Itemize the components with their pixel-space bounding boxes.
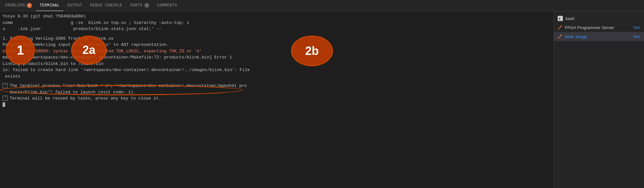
terminal-line-8: Linking products/blink.bin to /blink.bin bbox=[3, 61, 551, 67]
tab-problems-label: PROBLEMS bbox=[5, 3, 25, 8]
svg-point-2 bbox=[561, 26, 562, 27]
tab-output-label: OUTPUT bbox=[67, 3, 82, 8]
terminal-line-14-text: Terminal will be reused by tasks, press … bbox=[10, 95, 161, 102]
terminal-line-5: Parsing SystemVerilog input from `blink.… bbox=[3, 42, 551, 48]
terminal-line-2: o .ink.json products/blink.stats.json st… bbox=[3, 26, 551, 32]
tab-comments-label: COMMENTS bbox=[157, 3, 177, 8]
sidebar-fpga-label: FPGA Programmer Server bbox=[565, 25, 631, 30]
sidebar-blink-badge: Task bbox=[633, 35, 640, 38]
tab-output[interactable]: OUTPUT bbox=[63, 0, 86, 11]
terminal-line-4: 1. Executing Verilog-2005 frontend: blin… bbox=[3, 36, 551, 42]
tool-icon-fpga bbox=[558, 25, 562, 30]
tool-icon-blink bbox=[558, 34, 562, 39]
terminal-line-6-error: blink.sv:18: ERROR: syntax error, unexpe… bbox=[3, 48, 551, 55]
tab-terminal-label: TERMINAL bbox=[40, 3, 60, 8]
tab-ports-badge: 5 bbox=[144, 3, 149, 8]
tab-terminal[interactable]: TERMINAL bbox=[36, 0, 64, 11]
bash-icon: $ bbox=[558, 16, 563, 21]
svg-line-3 bbox=[558, 29, 559, 29]
spacer-1 bbox=[3, 32, 551, 36]
tab-ports-label: PORTS bbox=[130, 3, 143, 8]
asterisk-icon-2: * bbox=[3, 96, 8, 101]
terminal-line-9: ln: failed to create hard link '/workspa… bbox=[3, 67, 551, 73]
sidebar-panel: $ bash FPGA Programmer Server Task bbox=[553, 11, 644, 188]
cursor-line bbox=[3, 102, 551, 107]
terminal-line-7: make: *** [/workspaces/dev-container/.de… bbox=[3, 54, 551, 61]
sidebar-item-bash[interactable]: $ bash bbox=[554, 14, 644, 23]
terminal-line-13: ducts/blink.bin'" failed to launch (exit… bbox=[3, 89, 551, 96]
tab-bar: PROBLEMS 3 TERMINAL OUTPUT DEBUG CONSOLE… bbox=[0, 0, 644, 11]
terminal-line-14: * Terminal will be reused by tasks, pres… bbox=[3, 95, 551, 102]
svg-text:$: $ bbox=[559, 17, 560, 20]
asterisk-icon-1: * bbox=[3, 83, 8, 88]
sidebar-item-fpga[interactable]: FPGA Programmer Server Task bbox=[554, 23, 644, 32]
sidebar-bash-label: bash bbox=[565, 16, 640, 21]
spacer-2 bbox=[3, 79, 551, 83]
tab-ports[interactable]: PORTS 5 bbox=[126, 0, 154, 11]
tab-debug-console[interactable]: DEBUG CONSOLE bbox=[86, 0, 126, 11]
terminal-panel[interactable]: Yosys 0.33 (git sha1 ?584903a060) comm g… bbox=[0, 11, 553, 188]
svg-point-4 bbox=[561, 35, 562, 36]
sidebar-item-blink-image[interactable]: blink: image Task bbox=[554, 32, 644, 41]
sidebar-blink-label: blink: image bbox=[565, 34, 631, 39]
tab-comments[interactable]: COMMENTS bbox=[153, 0, 181, 11]
terminal-line-12-text: The terminal process "/usr/bin/bash '-c'… bbox=[10, 83, 247, 89]
cursor-block bbox=[3, 102, 5, 107]
main-content: Yosys 0.33 (git sha1 ?584903a060) comm g… bbox=[0, 11, 644, 188]
tab-problems[interactable]: PROBLEMS 3 bbox=[1, 0, 36, 11]
terminal-line-0: Yosys 0.33 (git sha1 ?584903a060) bbox=[3, 13, 551, 20]
svg-line-5 bbox=[558, 38, 559, 38]
sidebar-fpga-badge: Task bbox=[633, 26, 640, 29]
tab-problems-badge: 3 bbox=[27, 3, 32, 8]
terminal-line-12: * The terminal process "/usr/bin/bash '-… bbox=[3, 83, 551, 89]
terminal-line-1: comm g -sv blink.sv top.sv ; hierarchy -… bbox=[3, 20, 551, 26]
terminal-line-10: exists bbox=[3, 73, 551, 80]
tab-debug-console-label: DEBUG CONSOLE bbox=[90, 3, 122, 8]
